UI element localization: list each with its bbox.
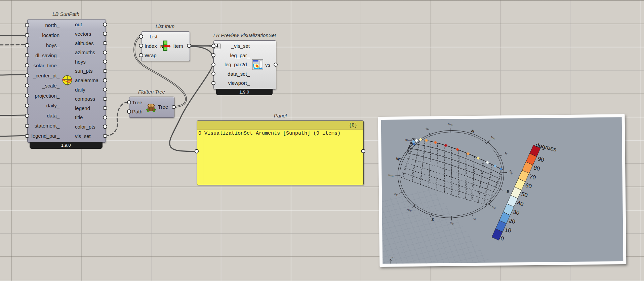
svg-text:y: y: [392, 256, 393, 259]
svg-text:SW: SW: [394, 193, 398, 197]
svg-text:NW: NW: [425, 127, 429, 131]
svg-text:ENE: ENE: [509, 170, 513, 175]
svg-text:SSE: SSE: [449, 221, 454, 225]
svg-text:NE: NE: [504, 152, 508, 155]
svg-text:SE: SE: [473, 217, 476, 221]
svg-text:ESE: ESE: [491, 206, 496, 210]
svg-text:50: 50: [521, 191, 528, 199]
svg-text:N: N: [471, 129, 475, 134]
svg-text:80: 80: [533, 164, 541, 172]
svg-text:40: 40: [517, 200, 524, 207]
svg-text:S: S: [431, 217, 434, 222]
svg-text:WNW: WNW: [405, 139, 411, 142]
svg-text:60: 60: [525, 182, 532, 190]
svg-text:N: N: [160, 44, 163, 49]
svg-text:E: E: [506, 189, 510, 194]
svg-text:30: 30: [512, 208, 520, 216]
svg-text:90: 90: [537, 155, 545, 163]
svg-text:NNE: NNE: [490, 136, 495, 140]
svg-text:W: W: [396, 157, 400, 162]
svg-text:WSW: WSW: [388, 174, 394, 178]
svg-text:10: 10: [504, 226, 512, 234]
svg-text:20: 20: [508, 217, 516, 225]
svg-text:70: 70: [529, 173, 536, 181]
svg-text:NNW: NNW: [447, 123, 453, 127]
